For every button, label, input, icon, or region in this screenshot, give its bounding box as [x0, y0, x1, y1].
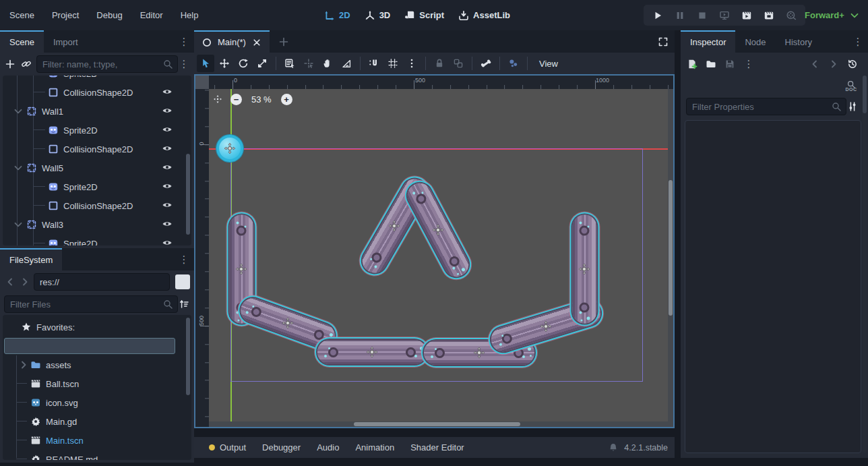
tab-main-scene[interactable]: Main(*)	[194, 30, 270, 53]
menu-project[interactable]: Project	[52, 10, 79, 20]
collapse-icon[interactable]	[12, 162, 24, 174]
file-filter-input[interactable]	[4, 295, 178, 313]
tab-scene[interactable]: Scene	[0, 30, 44, 53]
tree-row-wall3-8[interactable]: Wall3	[3, 215, 186, 234]
save-resource-icon[interactable]	[724, 58, 736, 70]
menu-help[interactable]: Help	[181, 10, 199, 20]
property-filter-input[interactable]	[686, 98, 846, 115]
zoom-out-button[interactable]: −	[230, 94, 242, 105]
history-back-icon[interactable]	[809, 58, 821, 70]
nav-back-button[interactable]	[4, 276, 16, 288]
visibility-eye-icon[interactable]	[162, 200, 174, 212]
filesystem-menu-button[interactable]: ⋮	[178, 254, 190, 266]
bottom-tab-animation[interactable]: Animation	[347, 437, 402, 458]
view-menu-button[interactable]: View	[532, 59, 565, 69]
tree-row-collisionshape2d-1[interactable]: CollisionShape2D	[3, 83, 186, 102]
smart-snap-button[interactable]	[365, 55, 383, 72]
visibility-eye-icon[interactable]	[162, 219, 174, 231]
tree-row-sprite2d-9[interactable]: Sprite2D	[3, 234, 186, 245]
expand-viewport-icon[interactable]	[657, 36, 669, 48]
skeleton-bone-button[interactable]	[477, 55, 495, 72]
filesystem-scrollbar[interactable]	[186, 318, 190, 395]
grid-snap-button[interactable]	[384, 55, 402, 72]
file-row-ball-tscn[interactable]: Ball.tscn	[3, 374, 186, 393]
viewport-2d[interactable]: 05001000 0500 − 53 % +	[194, 74, 675, 428]
menu-scene[interactable]: Scene	[9, 10, 34, 20]
tab-inspector[interactable]: Inspector	[681, 30, 735, 53]
renderer-dropdown[interactable]: Forward+	[805, 0, 861, 30]
visibility-eye-icon[interactable]	[162, 162, 174, 174]
visibility-eye-icon[interactable]	[162, 124, 174, 136]
inspector-menu-button[interactable]: ⋮	[852, 36, 864, 48]
add-scene-button[interactable]	[278, 36, 290, 48]
bottom-tab-audio[interactable]: Audio	[309, 437, 347, 458]
tab-import[interactable]: Import	[44, 30, 88, 53]
tree-row-wall1-2[interactable]: Wall1	[3, 102, 186, 121]
file-row-main-gd[interactable]: Main.gd	[3, 412, 186, 431]
scene-filter-input[interactable]	[36, 55, 178, 73]
scene-dock-menu-button[interactable]: ⋮	[178, 58, 190, 70]
play-remote-icon[interactable]	[718, 9, 731, 22]
menu-debug[interactable]: Debug	[96, 10, 122, 20]
tree-row-collisionshape2d-7[interactable]: CollisionShape2D	[3, 196, 186, 215]
collapse-icon[interactable]	[12, 219, 24, 231]
select-tool-button[interactable]	[197, 55, 214, 72]
skeleton-options-button[interactable]	[505, 55, 522, 72]
close-icon[interactable]	[251, 36, 263, 49]
add-node-button[interactable]	[4, 58, 16, 70]
list-select-tool-button[interactable]	[281, 55, 299, 72]
toggle-split-mode-button[interactable]	[175, 274, 190, 289]
ruler-tool-button[interactable]	[338, 55, 355, 72]
select-pivot-tool-button[interactable]	[300, 55, 317, 72]
file-row-assets[interactable]: assets	[3, 355, 186, 374]
file-row-main-tscn[interactable]: Main.tscn	[3, 431, 186, 450]
inspector-scrollbar[interactable]	[863, 76, 867, 453]
switch-3d[interactable]: 3D	[364, 9, 391, 22]
tree-row-wall5-5[interactable]: Wall5	[3, 158, 186, 177]
tab-history[interactable]: History	[776, 30, 822, 53]
tree-row-sprite2d-6[interactable]: Sprite2D	[3, 177, 186, 196]
vertical-scrollbar-thumb[interactable]	[669, 180, 673, 316]
pause-icon[interactable]	[674, 9, 686, 22]
history-forward-icon[interactable]	[828, 58, 840, 70]
visibility-eye-icon[interactable]	[162, 237, 174, 245]
chevron-right-icon[interactable]	[18, 359, 30, 371]
tab-node[interactable]: Node	[735, 30, 775, 53]
switch-script[interactable]: Script	[404, 9, 444, 22]
play-custom-scene-icon[interactable]	[763, 9, 775, 22]
file-row-favorites-[interactable]: Favorites:	[3, 318, 186, 337]
snap-menu-dots-button[interactable]	[403, 55, 421, 72]
resource-menu-button[interactable]: ⋮	[743, 58, 755, 70]
horizontal-scrollbar-thumb[interactable]	[354, 422, 520, 426]
play-icon[interactable]	[652, 9, 664, 22]
filter-options-icon[interactable]	[846, 100, 859, 113]
scene-tree-scrollbar[interactable]	[186, 154, 190, 235]
instance-scene-button[interactable]	[20, 58, 32, 70]
tab-filesystem[interactable]: FileSystem	[0, 248, 62, 270]
stop-icon[interactable]	[696, 9, 708, 22]
inspector-scrollbar-thumb[interactable]	[863, 76, 867, 113]
switch-2d[interactable]: 2D	[323, 9, 350, 22]
tree-row-sprite2d-3[interactable]: Sprite2D	[3, 121, 186, 140]
history-clock-icon[interactable]	[846, 58, 859, 70]
collapse-icon[interactable]	[12, 105, 24, 117]
zoom-percentage[interactable]: 53 %	[251, 94, 272, 105]
notification-bell-icon[interactable]	[607, 442, 619, 454]
center-view-icon[interactable]	[212, 93, 224, 105]
visibility-eye-icon[interactable]	[162, 105, 174, 117]
scale-tool-button[interactable]	[253, 55, 271, 72]
open-docs-button[interactable]: DOC	[842, 76, 860, 96]
bottom-tab-debugger[interactable]: Debugger	[254, 437, 309, 458]
visibility-eye-icon[interactable]	[162, 143, 174, 155]
bottom-tab-shader-editor[interactable]: Shader Editor	[402, 437, 472, 458]
file-row-res-[interactable]: res://	[3, 337, 186, 355]
bottom-tab-output[interactable]: Output	[201, 437, 254, 458]
canvas-2d[interactable]	[209, 89, 671, 424]
tree-row-collisionshape2d-4[interactable]: CollisionShape2D	[3, 140, 186, 158]
zoom-in-button[interactable]: +	[281, 94, 292, 105]
scene-tabs-menu-button[interactable]: ⋮	[178, 36, 190, 48]
file-row-readme-md[interactable]: README.md	[3, 450, 186, 460]
move-tool-button[interactable]	[216, 55, 233, 72]
new-resource-icon[interactable]	[686, 58, 698, 70]
play-scene-icon[interactable]	[741, 9, 753, 22]
